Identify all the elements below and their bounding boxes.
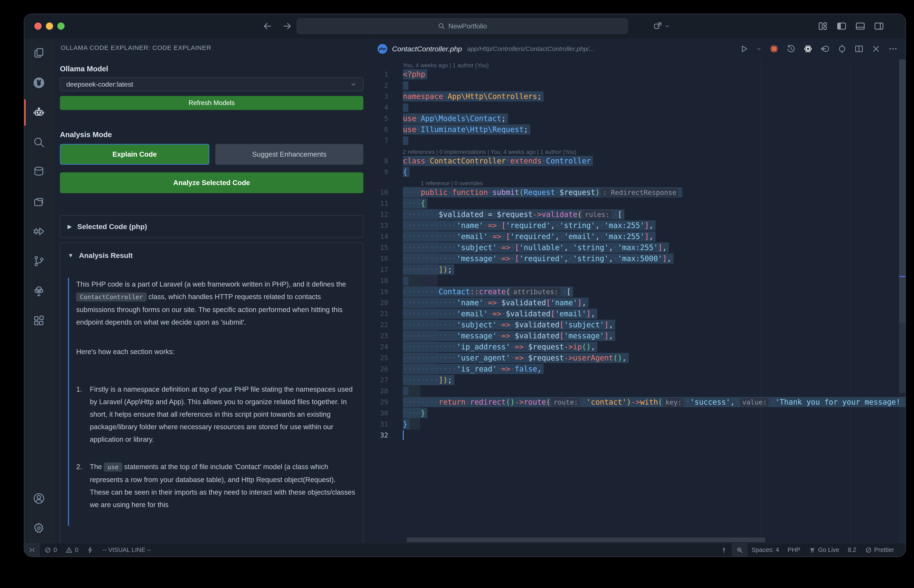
toggle-sidebar-icon[interactable] (836, 21, 847, 31)
code-editor[interactable]: You, 4 weeks ago | 1 author (You)1<?php2… (370, 60, 906, 543)
suggest-enhancements-button[interactable]: Suggest Enhancements (215, 144, 364, 165)
close-editor-icon[interactable] (871, 44, 881, 54)
customize-layout-icon[interactable] (818, 21, 828, 31)
editor-tab-filename[interactable]: ContactController.php (392, 45, 462, 53)
php-version-indicator[interactable]: 8.2 (843, 543, 861, 557)
code-line-8[interactable]: 8class·ContactController·extends·Control… (370, 155, 906, 166)
openai-icon[interactable] (803, 44, 813, 54)
code-line-16[interactable]: 16············'message'·=>·['required',·… (370, 253, 906, 264)
code-line-27[interactable]: 27········]); (370, 375, 906, 386)
warnings-indicator[interactable]: 0 (61, 543, 83, 557)
split-editor-icon[interactable] (854, 44, 864, 54)
search-button[interactable] (24, 128, 53, 157)
code-line-19[interactable]: 19········Contact::create(attributes:·[ (370, 286, 906, 297)
code-line-2[interactable]: 2 (370, 80, 906, 91)
vim-mode-indicator[interactable]: -- VISUAL LINE -- (98, 543, 155, 557)
code-line-21[interactable]: 21············'email'·=>·$validated['ema… (370, 308, 906, 319)
code-line-11[interactable]: 11····{ (370, 198, 906, 209)
run-button[interactable] (739, 44, 749, 54)
source-control-button[interactable] (24, 246, 53, 276)
code-line-20[interactable]: 20············'name'·=>·$validated['name… (370, 297, 906, 308)
code-line-5[interactable]: 5use·App\Models\Contact; (370, 113, 906, 124)
code-line-17[interactable]: 17········]); (370, 264, 906, 275)
code-line-31[interactable]: 31} (370, 418, 906, 430)
code-line-22[interactable]: 22············'subject'·=>·$validated['s… (370, 319, 906, 330)
errors-indicator[interactable]: 0 (40, 543, 61, 557)
breadcrumb[interactable]: app/Http/Controllers/ContactController.p… (467, 45, 594, 52)
scrollbar-thumb[interactable] (899, 60, 906, 323)
coderabbit-button[interactable] (24, 68, 53, 98)
toolbar-action[interactable] (653, 21, 670, 31)
settings-gear-button[interactable] (24, 513, 53, 543)
prettier-indicator[interactable]: Prettier (861, 543, 898, 557)
account-button[interactable] (24, 483, 53, 513)
code-line-7[interactable]: 7 (370, 135, 906, 146)
go-live-button[interactable]: Go Live (804, 543, 843, 557)
minimize-window-button[interactable] (46, 23, 53, 30)
close-window-button[interactable] (34, 23, 42, 30)
back-arrow-icon[interactable] (262, 21, 273, 32)
code-line-15[interactable]: 15············'subject'·=>·['nullable',·… (370, 242, 906, 253)
indent-guide-icon-icon (720, 546, 728, 554)
extensions-button[interactable] (24, 306, 53, 335)
code-line-25[interactable]: 25············'user_agent'·=>·$request->… (370, 352, 906, 363)
selected-code-section[interactable]: ▶ Selected Code (php) (60, 215, 363, 238)
code-line-32[interactable]: 32 (370, 430, 906, 441)
code-line-29[interactable]: 29········return·redirect()->route(route… (370, 397, 906, 407)
code-line-12[interactable]: 12········$validated·=·$request->validat… (370, 209, 906, 220)
go-live-button-icon (809, 546, 816, 554)
model-select[interactable]: deepseek-coder:latest (60, 77, 363, 91)
line-number: 29 (370, 398, 398, 406)
code-line-23[interactable]: 23············'message'·=>·$validated['m… (370, 330, 906, 341)
code-line-24[interactable]: 24············'ip_address'·=>·$request->… (370, 341, 906, 352)
timeline-history-icon[interactable] (786, 44, 796, 54)
vertical-scrollbar[interactable] (899, 60, 906, 543)
open-changes-icon[interactable] (820, 44, 830, 54)
screencast-zoom-icon[interactable] (732, 543, 747, 557)
horizontal-scrollbar[interactable] (407, 538, 765, 542)
code-line-1[interactable]: 1<?php (370, 69, 906, 80)
status-bar-left: 00-- VISUAL LINE -- (24, 543, 155, 557)
command-center-search[interactable]: NewPortfolio (297, 18, 628, 34)
analysis-result-header[interactable]: ▼ Analysis Result (68, 251, 355, 260)
line-number: 17 (370, 266, 398, 274)
forward-arrow-icon[interactable] (281, 21, 293, 32)
code-line-18[interactable]: 18 (370, 275, 906, 286)
language-indicator[interactable]: PHP (783, 543, 805, 557)
code-line-10[interactable]: 10····public·function·submit(Request·$re… (370, 187, 906, 198)
code-line-26[interactable]: 26············'is_read'·=>·false, (370, 363, 906, 375)
code-line-6[interactable]: 6use·Illuminate\Http\Request; (370, 124, 906, 135)
run-debug-button[interactable] (24, 216, 53, 246)
spaces-indicator[interactable]: Spaces: 4 (747, 543, 783, 557)
refresh-models-button[interactable]: Refresh Models (60, 96, 363, 110)
tree-button[interactable] (24, 276, 53, 306)
code-line-28[interactable]: 28 (370, 386, 906, 397)
annotate-icon[interactable] (837, 44, 847, 54)
ollama-explainer-button[interactable] (24, 98, 53, 128)
codelens: You, 4 weeks ago | 1 author (You) (370, 60, 906, 69)
maximize-window-button[interactable] (57, 23, 65, 30)
more-actions-icon[interactable] (888, 44, 898, 54)
code-line-14[interactable]: 14············'email'·=>·['required',·'e… (370, 231, 906, 242)
claude-starburst-icon[interactable] (769, 44, 779, 54)
analyze-selected-code-button[interactable]: Analyze Selected Code (60, 172, 363, 193)
editor-actions (739, 44, 898, 54)
code-line-13[interactable]: 13············'name'·=>·['required',·'st… (370, 220, 906, 231)
code-line-3[interactable]: 3namespace·App\Http\Controllers; (370, 91, 906, 102)
indent-guide-icon[interactable] (716, 543, 732, 557)
explorer-copy-icon (32, 47, 45, 60)
tree-icon (32, 284, 45, 297)
bolt-icon[interactable] (83, 543, 98, 557)
toggle-panel-icon[interactable] (855, 21, 865, 31)
explain-code-button[interactable]: Explain Code (60, 144, 209, 165)
run-dropdown-icon[interactable] (756, 46, 762, 52)
folders-button[interactable] (24, 187, 53, 216)
code-line-9[interactable]: 9{ (370, 166, 906, 178)
remote-indicator[interactable] (24, 543, 40, 557)
search-icon (438, 22, 445, 30)
toggle-secondary-sidebar-icon[interactable] (874, 21, 884, 31)
explorer-copy-button[interactable] (24, 38, 53, 68)
code-line-30[interactable]: 30····} (370, 407, 906, 418)
database-button[interactable] (24, 157, 53, 187)
code-line-4[interactable]: 4 (370, 102, 906, 113)
